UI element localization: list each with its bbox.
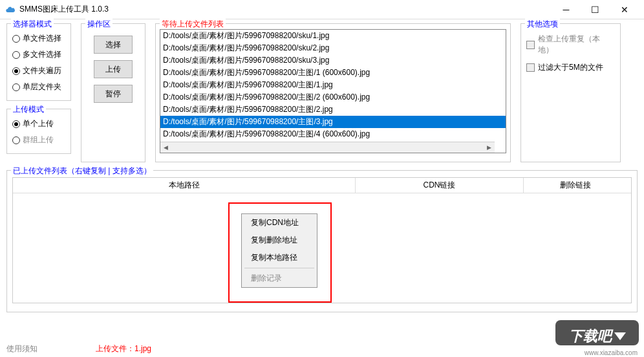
radio-single-folder[interactable]: 单层文件夹 (12, 79, 65, 95)
radio-folder-traverse[interactable]: 文件夹遍历 (12, 63, 65, 79)
other-options-group: 其他选项 检查上传重复（本地） 过滤大于5M的文件 (521, 23, 621, 162)
other-options-title: 其他选项 (525, 19, 560, 30)
radio-icon (12, 51, 20, 59)
uploaded-list-title: 已上传文件列表（右键复制 | 支持多选） (11, 166, 153, 177)
scroll-left-icon[interactable]: ◀ (160, 142, 171, 153)
menu-copy-cdn[interactable]: 复制CDN地址 (242, 214, 317, 232)
checkbox-icon (526, 41, 535, 49)
file-item[interactable]: D:/tools/桌面/素材/图片/599670988200/主图/1.jpg (160, 79, 506, 91)
file-item[interactable]: D:/tools/桌面/素材/图片/599670988200/主图/4 (600… (160, 128, 506, 140)
maximize-button[interactable]: ☐ (581, 1, 610, 19)
radio-label: 文件夹遍历 (23, 65, 61, 76)
filter-large-checkbox[interactable]: 过滤大于5M的文件 (526, 59, 615, 76)
upload-status-value: 1.jpg (134, 344, 151, 353)
app-icon (5, 5, 16, 15)
horizontal-scrollbar[interactable]: ◀ ▶ (160, 142, 495, 153)
file-item[interactable]: D:/tools/桌面/素材/图片/599670988200/sku/3.jpg (160, 54, 506, 67)
radio-icon (12, 67, 20, 75)
uploaded-list-group: 已上传文件列表（右键复制 | 支持多选） 本地路径 CDN链接 删除链接 复制C… (6, 170, 638, 312)
checkbox-icon (526, 63, 535, 72)
column-cdn-link[interactable]: CDN链接 (356, 178, 524, 193)
radio-single-file[interactable]: 单文件选择 (12, 30, 65, 47)
titlebar: SMMS图床上传工具 1.0.3 ─ ☐ ✕ (0, 0, 644, 19)
menu-copy-delete[interactable]: 复制删除地址 (242, 232, 317, 249)
checkbox-label: 检查上传重复（本地） (538, 34, 615, 56)
select-button[interactable]: 选择 (94, 36, 133, 54)
operation-title: 操作区 (85, 19, 113, 30)
file-item[interactable]: D:/tools/桌面/素材/图片/599670988200/主图/2.jpg (160, 103, 506, 116)
scroll-right-icon[interactable]: ▶ (484, 142, 495, 153)
radio-icon (12, 83, 20, 91)
table-header: 本地路径 CDN链接 删除链接 (13, 178, 631, 193)
scroll-track[interactable] (171, 142, 484, 153)
download-arrow-icon (614, 332, 626, 340)
window-controls: ─ ☐ ✕ (552, 1, 639, 19)
file-item[interactable]: D:/tools/桌面/素材/图片/599670988200/sku/1.jpg (160, 30, 506, 42)
window-title: SMMS图床上传工具 1.0.3 (19, 4, 552, 15)
radio-label: 多文件选择 (23, 49, 61, 60)
radio-label: 单个上传 (23, 118, 54, 129)
file-item[interactable]: D:/tools/桌面/素材/图片/599670988200/sku/2.jpg (160, 42, 506, 54)
radio-icon (12, 35, 20, 43)
radio-label: 单文件选择 (23, 33, 61, 44)
upload-mode-group: 上传模式 单个上传 群组上传 (6, 109, 71, 154)
radio-single-upload[interactable]: 单个上传 (12, 116, 65, 132)
radio-group-upload[interactable]: 群组上传 (12, 132, 65, 148)
upload-mode-title: 上传模式 (11, 104, 46, 115)
pause-button[interactable]: 暂停 (94, 85, 133, 103)
close-button[interactable]: ✕ (610, 1, 639, 19)
uploaded-table[interactable]: 本地路径 CDN链接 删除链接 复制CDN地址 复制删除地址 复制本地路径 删除… (12, 177, 632, 303)
operation-group: 操作区 选择 上传 暂停 (81, 23, 145, 162)
file-item[interactable]: D:/tools/桌面/素材/图片/599670988200/主图/1 (600… (160, 67, 506, 79)
context-menu: 复制CDN地址 复制删除地址 复制本地路径 删除记录 (241, 213, 317, 288)
watermark-text: 下载吧 (569, 327, 612, 346)
watermark: 下载吧 www.xiazaiba.com (550, 315, 644, 357)
upload-status-label: 上传文件： (96, 344, 134, 353)
file-item[interactable]: D:/tools/桌面/素材/图片/599670988200/主图/3.jpg (160, 116, 506, 128)
statusbar: 使用须知 上传文件：1.jpg (6, 343, 638, 354)
radio-label: 群组上传 (23, 135, 54, 146)
selector-mode-group: 选择器模式 单文件选择 多文件选择 文件夹遍历 单层文件夹 (6, 23, 71, 101)
watermark-url: www.xiazaiba.com (585, 349, 638, 356)
radio-icon (12, 120, 20, 128)
radio-label: 单层文件夹 (23, 81, 61, 92)
column-local-path[interactable]: 本地路径 (13, 178, 356, 193)
usage-info-link[interactable]: 使用须知 (6, 343, 38, 354)
pending-list-group: 等待上传文件列表 D:/tools/桌面/素材/图片/599670988200/… (155, 23, 511, 162)
menu-divider (244, 268, 314, 268)
check-duplicate-checkbox[interactable]: 检查上传重复（本地） (526, 30, 615, 59)
column-delete-link[interactable]: 删除链接 (524, 178, 627, 193)
pending-file-list[interactable]: D:/tools/桌面/素材/图片/599670988200/sku/1.jpg… (160, 29, 506, 153)
menu-delete-record[interactable]: 删除记录 (242, 270, 317, 287)
file-item[interactable]: D:/tools/桌面/素材/图片/599670988200/主图/2 (600… (160, 91, 506, 103)
upload-button[interactable]: 上传 (94, 60, 133, 78)
radio-multi-file[interactable]: 多文件选择 (12, 47, 65, 63)
menu-copy-local[interactable]: 复制本地路径 (242, 249, 317, 266)
checkbox-label: 过滤大于5M的文件 (538, 62, 603, 73)
radio-icon (12, 136, 20, 144)
minimize-button[interactable]: ─ (552, 1, 581, 19)
pending-list-title: 等待上传文件列表 (160, 19, 226, 30)
selector-mode-title: 选择器模式 (11, 19, 54, 30)
